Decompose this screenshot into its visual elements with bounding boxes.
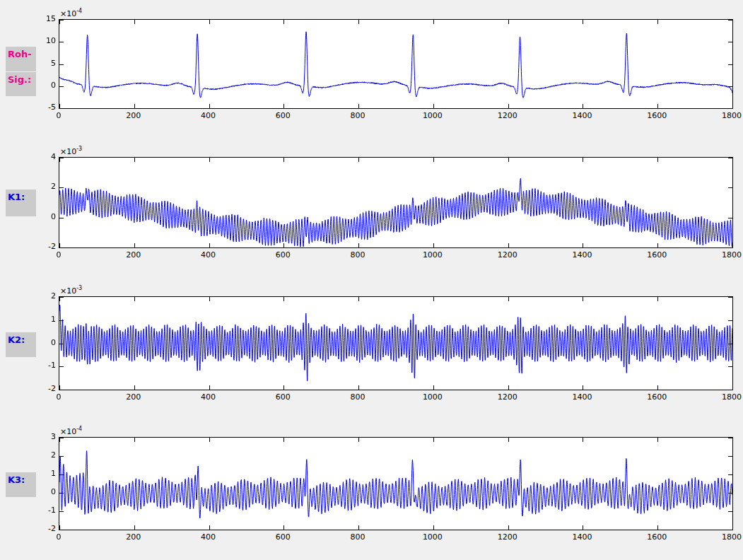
x-tick-label: 1400 [562,250,602,260]
exponent-sup: -4 [76,426,82,432]
x-tick-label: 1800 [712,250,743,260]
x-tick-label: 1200 [488,250,527,260]
x-tick-label: 800 [338,111,378,121]
label-k1: K1: [6,189,36,216]
x-tick-label: 200 [114,250,153,260]
x-tick-label: 800 [338,532,378,542]
exponent-sup: -4 [76,8,82,14]
y-tick-label: 0 [33,487,56,497]
figure-window: Roh- Sig.: K1: K2: K3: ×10-4 ×10-3 ×10-3… [0,0,743,560]
k2-plot-canvas [59,297,732,390]
y-tick-label: 2 [33,182,56,192]
x-tick-label: 400 [189,392,228,402]
x-tick-label: 800 [338,392,378,402]
y-exponent-k3: ×10-4 [60,426,82,436]
x-tick-label: 800 [338,250,378,260]
x-tick-label: 400 [189,250,228,260]
x-tick-label: 600 [263,111,303,121]
label-k3: K3: [6,472,36,497]
x-tick-label: 400 [189,532,228,542]
label-k1-text: K1: [8,192,25,202]
exponent-base: ×10 [60,9,76,18]
x-tick-label: 0 [39,111,78,121]
y-tick-label: 5 [33,59,56,69]
x-tick-label: 200 [114,392,153,402]
subplot-k3 [59,437,733,530]
y-tick-label: 4 [33,152,56,162]
x-tick-label: 1800 [712,392,743,402]
exponent-sup: -3 [76,146,82,152]
x-tick-label: 1000 [413,392,452,402]
x-tick-label: 1400 [562,392,602,402]
label-roh-text: Roh- [8,49,32,59]
x-tick-label: 1600 [637,111,677,121]
y-tick-label: 10 [33,36,56,46]
exponent-base: ×10 [60,286,76,296]
label-k2: K2: [6,332,36,357]
exponent-sup: -3 [76,285,82,291]
label-k3-text: K3: [8,474,25,485]
x-tick-label: 1200 [488,111,527,121]
x-tick-label: 1000 [413,532,452,542]
y-tick-label: 0 [33,212,56,222]
x-tick-label: 1000 [413,250,452,260]
x-tick-label: 600 [263,532,303,542]
x-tick-label: 1000 [413,111,452,121]
label-sig: Sig.: [6,72,36,96]
subplot-roh-sig [59,19,733,109]
x-tick-label: 400 [189,111,228,121]
x-tick-label: 1800 [712,532,743,542]
x-tick-label: 600 [263,392,303,402]
x-tick-label: 1600 [637,392,677,402]
x-tick-label: 0 [39,250,78,260]
x-tick-label: 1200 [488,532,527,542]
x-tick-label: 0 [39,392,78,402]
y-tick-label: 1 [33,315,56,325]
y-tick-label: 3 [33,432,56,442]
k1-plot-canvas [59,158,732,247]
y-exponent-k2: ×10-3 [60,285,82,296]
exponent-base: ×10 [60,427,76,436]
x-tick-label: 200 [114,111,153,121]
label-roh: Roh- [6,47,36,71]
y-exponent-k1: ×10-3 [60,146,82,156]
subplot-k2 [59,296,733,390]
x-tick-label: 1400 [562,111,602,121]
y-tick-label: 15 [33,14,56,24]
y-exponent-roh-sig: ×10-4 [60,8,82,18]
x-tick-label: 1600 [637,250,677,260]
y-tick-label: 0 [33,81,56,91]
x-tick-label: 1400 [562,532,602,542]
y-tick-label: 2 [33,291,56,301]
x-tick-label: 1800 [712,111,743,121]
x-tick-label: 200 [114,532,153,542]
label-k2-text: K2: [8,334,25,345]
exponent-base: ×10 [60,147,76,156]
y-tick-label: -1 [33,361,56,371]
x-tick-label: 1600 [637,532,677,542]
y-tick-label: 2 [33,450,56,460]
k3-plot-canvas [59,438,732,530]
subplot-k1 [59,157,733,248]
x-tick-label: 1200 [488,392,527,402]
roh-sig-plot-canvas [59,20,732,108]
y-tick-label: 1 [33,469,56,479]
y-tick-label: -1 [33,506,56,515]
label-sig-text: Sig.: [8,74,31,85]
x-tick-label: 0 [39,532,78,542]
y-tick-label: 0 [33,338,56,348]
x-tick-label: 600 [263,250,303,260]
